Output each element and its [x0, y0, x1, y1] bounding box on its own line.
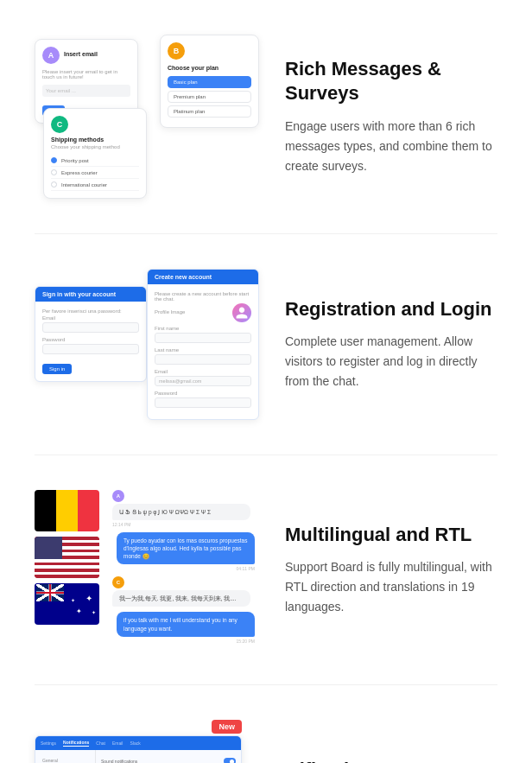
bubble-time-1: 04:11 PM [112, 566, 255, 571]
first-name-input[interactable] [155, 333, 251, 343]
registration-text: Registration and Login Complete user man… [285, 297, 497, 392]
rich-messages-text: Rich Messages & Surveys Engage users wit… [285, 57, 497, 176]
email-example: melissa@gmail.com [159, 378, 201, 384]
register-body: Please create a new account before start… [148, 284, 258, 419]
bubble-group-2: C 我一为我,每天. 我更, 我来, 我每天到来, 我.... [112, 576, 255, 607]
notif-tab-3[interactable]: Email [112, 741, 124, 746]
email-input-reg[interactable] [42, 322, 139, 333]
registration-visual: Sign in with your account Per favore ins… [35, 269, 259, 420]
bubble-group-0: A Ա Ֆ Ց Ь ψ р φ Ϳ Ю Ψ ΩΨΩ Ψ Σ Ψ Σ 12:14 … [112, 490, 255, 527]
last-name-label: Last name [155, 347, 251, 353]
notifications-visual: New Settings Notifications Chat Email Sl… [35, 720, 242, 763]
plan-option-1[interactable]: Premium plan [168, 91, 251, 103]
email-r-label: Email [155, 369, 251, 374]
profile-label: Profile Image [155, 309, 185, 315]
section-notifications: Notifications Sounds, Email, Desktop Not… [0, 685, 532, 763]
flag-australia: ✦ ✦ ✦ ✦ [35, 583, 99, 625]
ship-dot-2 [51, 181, 57, 188]
registration-desc: Complete user management. Allow visitors… [285, 332, 497, 391]
multilingual-text: Multilingual and RTL Support Board is fu… [285, 523, 497, 618]
plan-option-2[interactable]: Platinum plan [168, 105, 251, 118]
notif-content: Sound notifications Desktop notification… [96, 750, 241, 763]
multilingual-visual: ✦ ✦ ✦ ✦ A Ա Ֆ Ց Ь ψ р φ Ϳ Ю Ψ ΩΨΩ Ψ Σ Ψ … [35, 490, 259, 650]
ship-row-0: Priority post [51, 155, 139, 167]
password-r-input[interactable] [155, 397, 251, 408]
notif-toggle-0[interactable] [224, 758, 236, 763]
ship-label-1: Express courier [61, 170, 98, 175]
bubble-2: 我一为我,每天. 我更, 我来, 我每天到来, 我.... [112, 590, 250, 607]
ship-dot-0 [51, 157, 57, 163]
password-input-reg[interactable] [42, 344, 139, 354]
notif-tab-2[interactable]: Chat [96, 741, 105, 746]
email-input-mock: Your email ... [42, 85, 130, 97]
ship-label-2: International courier [61, 182, 107, 188]
flags-column: ✦ ✦ ✦ ✦ [35, 490, 99, 625]
notifications-title: Notifications [268, 758, 497, 763]
ship-row-1: Express courier [51, 167, 139, 179]
email-label: Email [42, 315, 139, 321]
chat-bubbles: A Ա Ֆ Ց Ь ψ р φ Ϳ Ю Ψ ΩΨΩ Ψ Σ Ψ Σ 12:14 … [112, 490, 255, 649]
email-placeholder: Your email ... [46, 88, 76, 93]
notif-label-0: Sound notifications [101, 759, 137, 763]
plan-option-0[interactable]: Basic plan [168, 76, 251, 88]
avatar-plan: B [168, 42, 185, 60]
ship-title: Shipping methods [51, 137, 139, 143]
bubble-time-0: 12:14 PM [112, 522, 255, 527]
bubble-group-3: if you talk with me I will understand yo… [112, 612, 255, 643]
bubble-avatar-2: C [112, 576, 124, 588]
email-card-subtitle: Please insert your email to get in touch… [42, 69, 130, 79]
notif-top-bar: Settings Notifications Chat Email Slack [35, 736, 241, 750]
bubble-0: Ա Ֆ Ց Ь ψ р φ Ϳ Ю Ψ ΩΨΩ Ψ Σ Ψ Σ [112, 504, 250, 520]
notif-s-item-0[interactable]: General [39, 755, 92, 763]
section-registration: Registration and Login Complete user man… [0, 234, 532, 455]
signin-header: Sign in with your account [35, 287, 146, 302]
password-label: Password [42, 337, 139, 342]
bubble-time-3: 15:20 PM [112, 639, 255, 644]
registration-title: Registration and Login [285, 297, 497, 322]
ship-label-0: Priority post [61, 158, 89, 163]
notifications-screen: Settings Notifications Chat Email Slack … [35, 735, 242, 763]
register-desc: Please create a new account before start… [155, 291, 251, 302]
first-name-label: First name [155, 326, 251, 331]
ship-row-2: International courier [51, 179, 139, 191]
plan-card-title: Choose your plan [168, 65, 251, 71]
bubble-avatar-0: A [112, 490, 124, 502]
notif-tab-4[interactable]: Slack [130, 741, 140, 746]
notif-tab-0[interactable]: Settings [41, 741, 56, 746]
bubble-3: if you talk with me I will understand yo… [117, 612, 255, 636]
signin-card: Sign in with your account Per favore ins… [35, 286, 147, 382]
signin-desc-text: Per favore inserisci una password: [42, 308, 139, 314]
rich-messages-title: Rich Messages & Surveys [285, 57, 497, 106]
new-badge: New [212, 720, 242, 734]
rich-messages-desc: Engage users with more than 6 rich messa… [285, 117, 497, 176]
notif-tab-1[interactable]: Notifications [63, 740, 89, 747]
plan-card: B Choose your plan Basic plan Premium pl… [160, 35, 259, 128]
shipping-card: C Shipping methods Choose your shipping … [43, 108, 147, 199]
section-multilingual: ✦ ✦ ✦ ✦ A Ա Ֆ Ց Ь ψ р φ Ϳ Ю Ψ ΩΨΩ Ψ Σ Ψ … [0, 455, 532, 684]
flag-belgium [35, 490, 99, 531]
avatar-ship: C [51, 116, 68, 133]
signin-body: Per favore inserisci una password: Email… [35, 302, 146, 381]
notif-row-0: Sound notifications [101, 755, 236, 763]
signin-btn[interactable]: Sign in [42, 364, 72, 374]
notif-sidebar: General Notifications Chat Email Slack [35, 750, 96, 763]
flag-us [35, 537, 99, 578]
register-card: Create new account Please create a new a… [147, 269, 259, 420]
email-card-title: Insert email [64, 51, 98, 57]
password-r-label: Password [155, 391, 251, 396]
profile-img [232, 303, 251, 322]
rich-messages-visual: A Insert email Please insert your email … [35, 35, 259, 199]
notif-body: General Notifications Chat Email Slack S… [35, 750, 241, 763]
section-rich-messages: A Insert email Please insert your email … [0, 0, 532, 233]
multilingual-desc: Support Board is fully multilingual, wit… [285, 557, 497, 617]
bubble-1: Ty puedo ayudar con los mas oscuros prop… [117, 532, 255, 564]
register-header: Create new account [148, 270, 258, 284]
email-r-input[interactable]: melissa@gmail.com [155, 376, 251, 386]
bubble-group-1: Ty puedo ayudar con los mas oscuros prop… [112, 532, 255, 571]
notifications-text: Notifications Sounds, Email, Desktop Not… [268, 758, 497, 763]
ship-dot-1 [51, 169, 57, 175]
ship-subtitle: Choose your shipping method [51, 144, 139, 149]
avatar-email: A [42, 47, 60, 64]
last-name-input[interactable] [155, 354, 251, 365]
multilingual-title: Multilingual and RTL [285, 523, 497, 548]
